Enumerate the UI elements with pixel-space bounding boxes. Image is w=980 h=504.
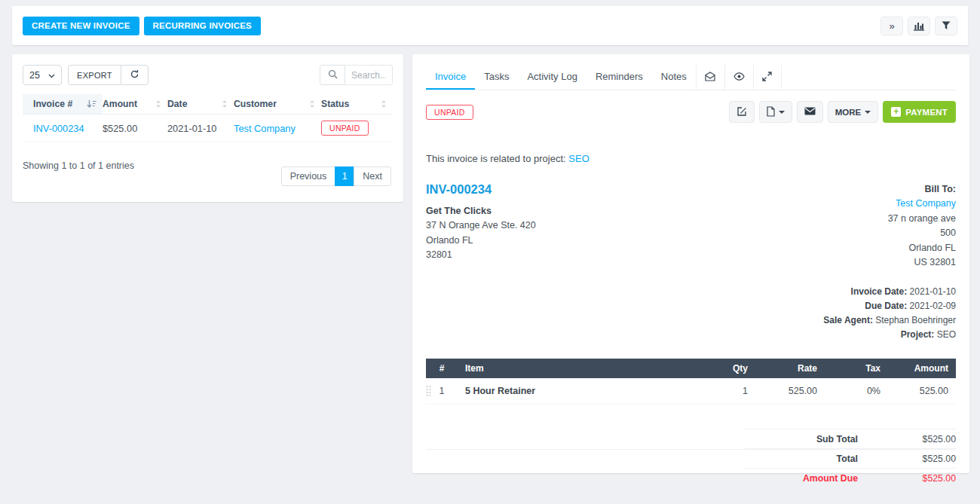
- tab-tasks[interactable]: Tasks: [475, 65, 518, 90]
- project-line: Project: SEO: [426, 328, 956, 342]
- customer-link[interactable]: Test Company: [234, 123, 296, 134]
- pagination-next-button[interactable]: Next: [354, 166, 391, 186]
- eye-icon: [733, 72, 745, 83]
- add-payment-button[interactable]: + PAYMENT: [883, 101, 956, 123]
- item-name-cell: 5 Hour Retainer: [458, 378, 701, 405]
- edit-icon: [737, 106, 747, 118]
- create-new-invoice-button[interactable]: CREATE NEW INVOICE: [23, 17, 139, 35]
- invoice-number-cell: INV-000234: [23, 123, 103, 134]
- invoice-action-row: UNPAID MORE: [426, 101, 956, 123]
- preview-button[interactable]: [724, 65, 753, 90]
- column-header-invoice[interactable]: Invoice #: [23, 94, 103, 114]
- items-col-amount: Amount: [888, 359, 956, 378]
- bill-to-address-line: 500: [790, 226, 956, 240]
- expand-icon: [762, 72, 772, 84]
- collapse-panel-button[interactable]: »: [880, 17, 903, 35]
- refresh-button[interactable]: [121, 65, 149, 85]
- sale-agent-label: Sale Agent:: [823, 315, 873, 325]
- sort-both-icon: [155, 99, 161, 108]
- plus-square-icon: +: [891, 107, 901, 117]
- bar-chart-icon: [914, 21, 924, 31]
- filter-button[interactable]: [935, 17, 957, 35]
- due-date-value: 2021-02-09: [907, 301, 956, 311]
- column-header-customer[interactable]: Customer: [234, 94, 321, 114]
- search-input[interactable]: [345, 65, 393, 85]
- file-pdf-icon: [767, 106, 775, 118]
- caret-down-icon: [865, 111, 871, 114]
- page-size-select[interactable]: 25: [23, 65, 62, 85]
- invoice-from-block: INV-000234 Get The Clicks 37 N Orange Av…: [426, 182, 790, 270]
- bill-to-block: Bill To: Test Company 37 n orange ave 50…: [790, 182, 956, 270]
- export-button[interactable]: EXPORT: [68, 65, 121, 85]
- more-dropdown-button[interactable]: MORE: [828, 101, 879, 123]
- edit-invoice-button[interactable]: [729, 101, 755, 123]
- item-num-cell: 1: [426, 378, 458, 405]
- caret-down-icon: [779, 111, 785, 114]
- tab-invoice[interactable]: Invoice: [426, 65, 475, 90]
- pagination-previous-button[interactable]: Previous: [281, 166, 336, 186]
- top-toolbar: CREATE NEW INVOICE RECURRING INVOICES »: [12, 6, 968, 45]
- date-cell: 2021-01-10: [167, 123, 234, 134]
- chart-overview-button[interactable]: [908, 17, 930, 35]
- drag-handle-icon[interactable]: [426, 386, 431, 397]
- items-col-num: #: [426, 359, 458, 378]
- customer-cell: Test Company: [234, 123, 321, 134]
- invoice-detail-panel: Invoice Tasks Activity Log Reminders Not…: [412, 54, 969, 473]
- item-amount-cell: 525.00: [888, 378, 956, 405]
- sort-both-icon: [309, 99, 315, 108]
- column-label: Date: [167, 99, 187, 109]
- invoice-date-label: Invoice Date:: [851, 286, 908, 297]
- invoice-header-section: INV-000234 Get The Clicks 37 N Orange Av…: [426, 182, 956, 270]
- tab-notes[interactable]: Notes: [652, 65, 696, 90]
- toolbar-buttons: CREATE NEW INVOICE RECURRING INVOICES: [23, 17, 261, 35]
- invoice-link[interactable]: INV-000234: [33, 123, 84, 134]
- subtotal-label: Sub Total: [745, 434, 858, 444]
- bill-to-address-line: Orlando FL: [790, 241, 956, 255]
- column-header-status[interactable]: Status: [321, 94, 393, 114]
- pagination-page-1-button[interactable]: 1: [335, 166, 354, 186]
- item-qty-cell: 1: [701, 378, 755, 405]
- company-address-line: 37 N Orange Ave Ste. 420: [426, 218, 790, 233]
- total-row: Total $525.00: [745, 448, 956, 468]
- items-col-qty: Qty: [701, 359, 755, 378]
- column-header-date[interactable]: Date: [167, 94, 234, 114]
- send-email-button[interactable]: [797, 101, 823, 123]
- search-icon: [328, 69, 338, 81]
- search-button[interactable]: [320, 65, 345, 85]
- related-project-text: This invoice is related to project:: [426, 153, 568, 164]
- envelope-open-icon: [705, 72, 715, 84]
- subtotal-row: Sub Total $525.00: [745, 429, 956, 448]
- column-label: Invoice #: [33, 99, 72, 109]
- related-project-line: This invoice is related to project: SEO: [426, 153, 956, 164]
- sale-agent-value: Stephan Boehringer: [873, 315, 956, 325]
- tab-reminders[interactable]: Reminders: [586, 65, 652, 90]
- invoice-action-buttons: MORE + PAYMENT: [729, 101, 956, 123]
- chevron-down-icon: [48, 70, 55, 81]
- panel-footer-divider: [426, 449, 956, 450]
- pdf-dropdown-button[interactable]: [759, 101, 792, 123]
- invoices-table: Invoice # Amount Date Customer: [23, 94, 393, 142]
- items-col-rate: Rate: [755, 359, 825, 378]
- email-tracking-button[interactable]: [696, 65, 724, 90]
- amount-due-row: Amount Due $525.00: [745, 468, 956, 487]
- filter-icon: [942, 21, 951, 30]
- recurring-invoices-button[interactable]: RECURRING INVOICES: [144, 17, 261, 35]
- bill-to-customer-link[interactable]: Test Company: [896, 198, 956, 209]
- double-chevron-right-icon: »: [889, 20, 894, 32]
- items-col-tax: Tax: [825, 359, 888, 378]
- pagination: Previous 1 Next: [281, 166, 391, 186]
- company-name: Get The Clicks: [426, 204, 790, 218]
- toolbar-icon-buttons: »: [880, 17, 957, 35]
- item-tax-cell: 0%: [825, 378, 888, 405]
- detail-tabbar: Invoice Tasks Activity Log Reminders Not…: [426, 65, 956, 90]
- tab-activity-log[interactable]: Activity Log: [518, 65, 586, 90]
- related-project-link[interactable]: SEO: [568, 153, 589, 164]
- fullscreen-button[interactable]: [753, 65, 782, 90]
- refresh-icon: [130, 69, 139, 81]
- search-group: [320, 65, 393, 85]
- invoice-date-value: 2021-01-10: [907, 286, 956, 297]
- item-rate-cell: 525.00: [755, 378, 825, 405]
- column-header-amount[interactable]: Amount: [103, 94, 167, 114]
- subtotal-value: $525.00: [858, 434, 956, 444]
- item-num: 1: [439, 386, 445, 396]
